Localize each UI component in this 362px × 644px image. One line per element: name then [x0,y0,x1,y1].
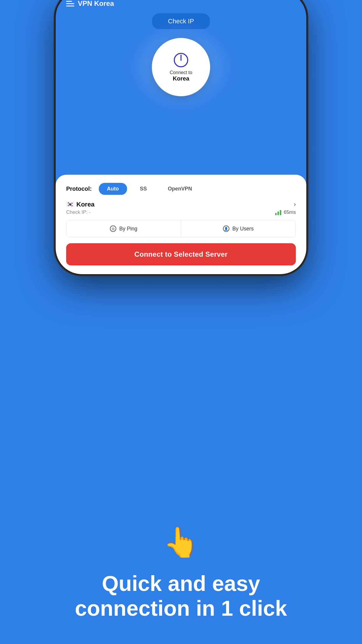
connect-label: Connect to [170,70,192,75]
ping-value: 65ms [284,209,296,215]
power-icon [173,52,189,68]
server-country: Korea [76,201,94,208]
signal-bar-1 [275,213,277,215]
protocol-row: Protocol: Auto SS OpenVPN [66,183,296,195]
bottom-card: Protocol: Auto SS OpenVPN 🇰🇷 Korea › Che… [56,175,306,274]
signal-bar-3 [280,210,281,215]
sort-by-users-label: By Users [232,226,254,232]
chevron-right-icon[interactable]: › [294,201,296,208]
protocol-auto-button[interactable]: Auto [99,183,127,195]
finger-pointing-icon: 👆 [163,525,199,559]
connect-selected-server-button[interactable]: Connect to Selected Server [66,243,296,265]
users-sort-icon: 👤 [223,225,229,232]
signal-bars [275,209,281,215]
ping-area: 65ms [275,209,296,215]
country-flag: 🇰🇷 [66,201,74,208]
app-header: VPN Korea [56,0,306,10]
below-phone-section: 👆 Quick and easy connection in 1 click [0,525,362,644]
ping-sort-icon: ◎ [110,225,116,232]
power-button[interactable]: Connect to Korea [152,38,210,96]
signal-bar-2 [277,211,279,215]
sort-by-users-button[interactable]: 👤 By Users [181,220,296,237]
protocol-label: Protocol: [66,186,92,192]
menu-icon[interactable] [66,1,74,6]
sort-by-ping-button[interactable]: ◎ By Ping [66,220,181,237]
app-title: VPN Korea [78,0,114,8]
server-sub-row: Check IP: - 65ms [66,209,296,215]
server-name: 🇰🇷 Korea [66,201,94,208]
phone-screen: VPN Korea Check IP Connect to Korea [56,0,306,274]
power-area: Connect to Korea [56,38,306,96]
sort-row: ◎ By Ping 👤 By Users [66,220,296,237]
server-check-ip: Check IP: - [66,209,91,215]
phone-mockup: VPN Korea Check IP Connect to Korea [56,0,306,274]
connect-country: Korea [173,75,189,82]
tagline-text: Quick and easy connection in 1 click [50,571,312,621]
server-row: 🇰🇷 Korea › [66,201,296,208]
sort-by-ping-label: By Ping [119,226,137,232]
protocol-ss-button[interactable]: SS [132,183,155,195]
protocol-openvpn-button[interactable]: OpenVPN [160,183,200,195]
